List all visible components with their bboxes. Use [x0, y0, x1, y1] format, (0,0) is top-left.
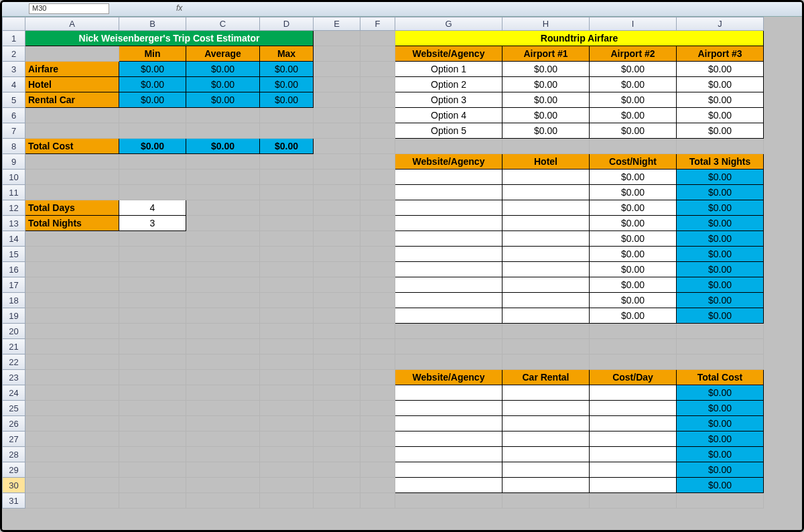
- col-header-G[interactable]: G: [395, 17, 503, 31]
- cell-E16[interactable]: [314, 262, 360, 277]
- cell-B27[interactable]: [119, 431, 186, 447]
- cell-F15[interactable]: [360, 247, 395, 262]
- cell-G11[interactable]: [395, 185, 503, 200]
- cell-B3[interactable]: $0.00: [119, 62, 186, 77]
- cell-H7[interactable]: $0.00: [503, 123, 590, 139]
- cell-I15[interactable]: $0.00: [590, 247, 677, 262]
- cell-F9[interactable]: [360, 154, 395, 170]
- row-header-18[interactable]: 18: [3, 293, 25, 308]
- cell-G25[interactable]: [395, 401, 503, 416]
- cell-B31[interactable]: [119, 493, 186, 509]
- cell-C16[interactable]: [186, 262, 260, 277]
- row-header-2[interactable]: 2: [3, 46, 25, 62]
- cell-D5[interactable]: $0.00: [260, 92, 314, 108]
- cell-I26[interactable]: [590, 416, 677, 431]
- cell-B26[interactable]: [119, 416, 186, 431]
- row-header-16[interactable]: 16: [3, 262, 25, 277]
- cell-J11[interactable]: $0.00: [677, 185, 764, 200]
- cell-E22[interactable]: [314, 354, 360, 370]
- cell-C3[interactable]: $0.00: [186, 62, 260, 77]
- cell-H29[interactable]: [503, 462, 590, 478]
- cell-C9[interactable]: [186, 154, 260, 170]
- cell-F3[interactable]: [360, 62, 395, 77]
- cell-C29[interactable]: [186, 462, 260, 478]
- cell-D19[interactable]: [260, 308, 314, 324]
- cell-I3[interactable]: $0.00: [590, 62, 677, 77]
- cell-D18[interactable]: [260, 293, 314, 308]
- col-header-J[interactable]: J: [677, 17, 764, 31]
- cell-H28[interactable]: [503, 447, 590, 462]
- cell-H20[interactable]: [503, 324, 590, 339]
- cell-H16[interactable]: [503, 262, 590, 277]
- cell-F17[interactable]: [360, 277, 395, 293]
- cell-H31[interactable]: [503, 493, 590, 509]
- cell-D3[interactable]: $0.00: [260, 62, 314, 77]
- row-header-29[interactable]: 29: [3, 462, 25, 478]
- cell-H17[interactable]: [503, 277, 590, 293]
- cell-I2[interactable]: Airport #2: [590, 46, 677, 62]
- cell-E4[interactable]: [314, 77, 360, 92]
- cell-C4[interactable]: $0.00: [186, 77, 260, 92]
- cell-E19[interactable]: [314, 308, 360, 324]
- cell-E13[interactable]: [314, 216, 360, 231]
- cell-B17[interactable]: [119, 277, 186, 293]
- cell-J24[interactable]: $0.00: [677, 385, 764, 401]
- cell-J27[interactable]: $0.00: [677, 431, 764, 447]
- cell-I29[interactable]: [590, 462, 677, 478]
- cell-H2[interactable]: Airport #1: [503, 46, 590, 62]
- cell-J26[interactable]: $0.00: [677, 416, 764, 431]
- cell-A25[interactable]: [25, 401, 119, 416]
- cell-D28[interactable]: [260, 447, 314, 462]
- cell-F16[interactable]: [360, 262, 395, 277]
- cell-D13[interactable]: [260, 216, 314, 231]
- cell-D15[interactable]: [260, 247, 314, 262]
- cell-B10[interactable]: [119, 170, 186, 185]
- cell-A5[interactable]: Rental Car: [25, 92, 119, 108]
- cell-I17[interactable]: $0.00: [590, 277, 677, 293]
- cell-I5[interactable]: $0.00: [590, 92, 677, 108]
- cell-J12[interactable]: $0.00: [677, 200, 764, 216]
- row-header-7[interactable]: 7: [3, 123, 25, 139]
- cell-A21[interactable]: [25, 339, 119, 354]
- cell-A6[interactable]: [25, 108, 119, 123]
- cell-B21[interactable]: [119, 339, 186, 354]
- cell-B16[interactable]: [119, 262, 186, 277]
- cell-F5[interactable]: [360, 92, 395, 108]
- cell-F18[interactable]: [360, 293, 395, 308]
- cell-H26[interactable]: [503, 416, 590, 431]
- row-header-15[interactable]: 15: [3, 247, 25, 262]
- cell-G6[interactable]: Option 4: [395, 108, 503, 123]
- row-header-12[interactable]: 12: [3, 200, 25, 216]
- cell-F31[interactable]: [360, 493, 395, 509]
- cell-B4[interactable]: $0.00: [119, 77, 186, 92]
- row-header-6[interactable]: 6: [3, 108, 25, 123]
- cell-J8[interactable]: [677, 139, 764, 154]
- row-header-19[interactable]: 19: [3, 308, 25, 324]
- cell-J30[interactable]: $0.00: [677, 478, 764, 493]
- cell-H18[interactable]: [503, 293, 590, 308]
- cell-A9[interactable]: [25, 154, 119, 170]
- cell-A7[interactable]: [25, 123, 119, 139]
- row-header-13[interactable]: 13: [3, 216, 25, 231]
- cell-E23[interactable]: [314, 370, 360, 385]
- cell-A17[interactable]: [25, 277, 119, 293]
- cell-J22[interactable]: [677, 354, 764, 370]
- cell-G16[interactable]: [395, 262, 503, 277]
- cell-J4[interactable]: $0.00: [677, 77, 764, 92]
- cell-F19[interactable]: [360, 308, 395, 324]
- cell-E14[interactable]: [314, 231, 360, 247]
- col-header-C[interactable]: C: [186, 17, 260, 31]
- row-header-3[interactable]: 3: [3, 62, 25, 77]
- row-header-27[interactable]: 27: [3, 431, 25, 447]
- cell-F27[interactable]: [360, 431, 395, 447]
- cell-D31[interactable]: [260, 493, 314, 509]
- cell-C2[interactable]: Average: [186, 46, 260, 62]
- cell-F12[interactable]: [360, 200, 395, 216]
- cell-E29[interactable]: [314, 462, 360, 478]
- cell-I14[interactable]: $0.00: [590, 231, 677, 247]
- row-header-31[interactable]: 31: [3, 493, 25, 509]
- col-header-E[interactable]: E: [314, 17, 360, 31]
- cell-J20[interactable]: [677, 324, 764, 339]
- cell-G2[interactable]: Website/Agency: [395, 46, 503, 62]
- cell-A27[interactable]: [25, 431, 119, 447]
